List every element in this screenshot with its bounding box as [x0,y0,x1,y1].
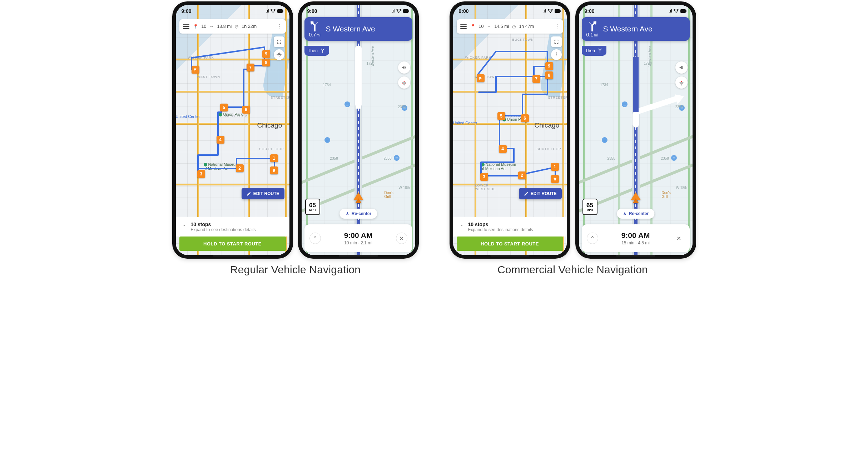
stop-marker-6[interactable]: 6 [521,114,529,122]
phone-planner: 9:00.ılChicagoWICKER PARKWEST TOWNWEST L… [172,1,293,259]
clock-icon: ◷ [512,24,516,29]
eta-sub: 10 min · 2.1 mi [344,240,373,245]
recenter-button[interactable]: Re-center [617,209,654,219]
close-button[interactable]: ✕ [673,233,685,244]
svg-point-4 [278,54,279,55]
stop-marker-5[interactable]: 5 [497,112,505,120]
turn-banner[interactable]: 0.7miS Western Ave [304,17,412,41]
eta: 9:00 AM [621,231,650,240]
phone-nav: 9:00.ıl⚌⚌⚌⚌Don's GrillWestern Ave1728173… [575,1,696,259]
info-button[interactable]: i [551,49,562,60]
svg-rect-13 [686,10,686,12]
start-route-button[interactable]: HOLD TO START ROUTE [457,237,563,251]
vehicle-cursor [631,187,641,200]
svg-point-5 [398,12,399,13]
pin-icon: 📍 [193,24,198,29]
home-marker[interactable] [551,175,559,183]
stop-marker-5[interactable]: 5 [220,104,228,111]
route-summary-card[interactable]: 📍10↔14.5 mi◷1h 47m⋮ [457,19,563,34]
stop-marker-8[interactable]: 8 [545,71,553,79]
status-bar: 9:00.ıl [579,5,693,17]
group-caption: Commercial Vehicle Navigation [497,264,648,276]
svg-rect-1 [277,9,283,13]
flag-marker[interactable] [477,74,485,82]
stops-count: 10 [202,24,207,29]
clock-icon: ◷ [235,24,238,29]
phone-nav: 9:00.ıl⚌⚌⚌⚌Don's GrillWestern Ave1728173… [298,1,419,259]
svg-point-11 [675,12,676,13]
status-time: 9:00 [182,8,192,14]
status-time: 9:00 [585,8,595,14]
pin-icon: 📍 [470,24,476,29]
svg-rect-9 [555,9,560,13]
recenter-button[interactable]: Re-center [339,209,377,219]
compass-button[interactable] [675,76,688,89]
then-chip[interactable]: Then [582,46,606,56]
fullscreen-button[interactable] [274,36,284,47]
svg-rect-7 [408,10,409,12]
sheet-subtitle: Expand to see destinations details [468,227,533,232]
stop-marker-9[interactable]: 9 [262,50,270,58]
sheet-title: 10 stops [191,221,256,227]
street-name: S Western Ave [326,25,375,33]
flag-marker[interactable] [192,66,199,74]
turn-banner[interactable]: 0.1miS Western Ave [582,17,690,41]
speed-limit-sign: 65MPH [305,199,320,215]
stop-marker-3[interactable]: 3 [480,173,488,181]
sheet-title: 10 stops [468,221,533,227]
svg-point-8 [550,12,551,13]
edit-route-button[interactable]: EDIT ROUTE [519,188,562,199]
status-bar: 9:00.ıl [453,5,567,17]
more-icon[interactable]: ⋮ [276,23,284,30]
then-chip[interactable]: Then [304,46,329,56]
status-icons: .ıl [543,9,561,14]
sound-button[interactable] [398,61,410,74]
stops-sheet[interactable]: ⌃10 stopsExpand to see destinations deta… [176,217,289,237]
nav-bottom-bar: ⌃9:00 AM10 min · 2.1 mi✕ [304,224,412,252]
sheet-subtitle: Expand to see destinations details [191,227,256,232]
close-button[interactable]: ✕ [396,233,407,244]
route-duration: 1h 22m [242,24,257,29]
stop-marker-1[interactable]: 1 [270,154,278,162]
route-summary-card[interactable]: 📍10↔13.8 mi◷1h 22m⋮ [179,19,286,34]
stop-marker-7[interactable]: 7 [247,64,254,71]
route-duration: 1h 47m [519,24,534,29]
eta: 9:00 AM [344,231,373,240]
stop-marker-1[interactable]: 1 [551,163,559,171]
route-distance: 13.8 mi [217,24,232,29]
compass-button[interactable] [398,76,410,89]
more-icon[interactable]: ⋮ [553,23,561,30]
stop-marker-2[interactable]: 2 [236,164,244,172]
start-route-button[interactable]: HOLD TO START ROUTE [179,237,286,251]
stops-sheet[interactable]: ⌃10 stopsExpand to see destinations deta… [453,217,567,237]
svg-point-0 [272,12,273,13]
svg-rect-2 [283,10,283,12]
home-marker[interactable] [270,166,278,174]
svg-rect-6 [403,9,408,13]
stop-marker-4[interactable]: 4 [499,145,507,153]
stop-marker-6[interactable]: 6 [242,106,250,114]
sound-button[interactable] [675,61,688,74]
svg-rect-10 [560,10,561,12]
stop-marker-8[interactable]: 8 [262,59,270,66]
locate-button[interactable] [274,49,284,60]
speed-limit-sign: 65MPH [582,199,597,215]
stop-marker-4[interactable]: 4 [217,136,224,144]
status-icons: .ıl [266,9,283,14]
fullscreen-button[interactable] [551,36,562,47]
expand-button[interactable]: ⌃ [587,233,598,244]
group-caption: Regular Vehicle Navigation [230,264,361,276]
status-time: 9:00 [307,8,317,14]
stop-marker-9[interactable]: 9 [545,62,553,70]
stop-marker-2[interactable]: 2 [518,171,526,179]
street-name: S Western Ave [603,25,653,33]
distance-icon: ↔ [487,24,491,29]
status-icons: .ıl [669,9,686,14]
stop-marker-3[interactable]: 3 [197,170,205,178]
menu-icon[interactable] [460,24,467,29]
edit-route-button[interactable]: EDIT ROUTE [242,188,284,199]
expand-button[interactable]: ⌃ [309,233,321,244]
stop-marker-7[interactable]: 7 [532,75,540,83]
phone-planner: 9:00.ılChicagoWICKER PARKWEST TOWNWEST L… [450,1,570,259]
menu-icon[interactable] [183,24,189,29]
